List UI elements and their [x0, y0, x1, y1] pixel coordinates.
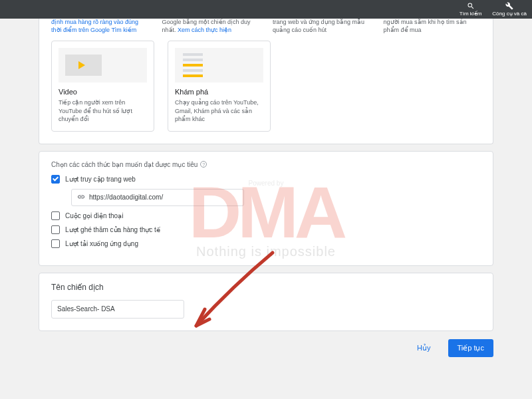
topbar-search[interactable]: Tìm kiếm	[454, 0, 487, 19]
tile-video[interactable]: Video Tiếp cận người xem trên YouTube để…	[51, 41, 154, 131]
tile-video-desc: Tiếp cận người xem trên YouTube để thu h…	[59, 98, 147, 122]
goal-app-label: Lượt tải xuống ứng dụng	[65, 240, 138, 247]
tile-discover-desc: Chạy quảng cáo trên YouTube, Gmail, Khám…	[175, 98, 263, 122]
checkbox-checked-icon[interactable]	[51, 175, 60, 184]
help-icon[interactable]: ?	[200, 161, 207, 168]
goal-store-label: Lượt ghé thăm cửa hàng thực tế	[65, 226, 160, 233]
tile-discover-title: Khám phá	[175, 88, 263, 96]
checkbox-icon[interactable]	[51, 211, 60, 220]
goal-phone-row[interactable]: Cuộc gọi điện thoại	[51, 211, 481, 220]
tile-video-title: Video	[59, 88, 147, 96]
link-icon	[77, 193, 85, 202]
website-url-value: https://daotaodigital.com/	[89, 194, 163, 201]
goal-app-row[interactable]: Lượt tải xuống ứng dụng	[51, 239, 481, 248]
goals-card: Chọn các cách thức bạn muốn đạt được mục…	[39, 151, 493, 266]
search-icon	[467, 2, 475, 10]
campaign-name-card: Tên chiến dịch Sales-Search- DSA	[39, 273, 493, 331]
discover-thumb-icon	[175, 48, 263, 82]
campaign-name-input[interactable]: Sales-Search- DSA	[51, 300, 184, 319]
type-col-3: người mua sắm khi họ tìm sản phẩm để mua	[384, 19, 481, 34]
checkbox-icon[interactable]	[51, 225, 60, 234]
continue-button[interactable]: Tiếp tục	[448, 339, 494, 357]
tile-discover[interactable]: Khám phá Chạy quảng cáo trên YouTube, Gm…	[168, 41, 271, 131]
type-col-1-link[interactable]: Xem cách thực hiện	[178, 27, 231, 33]
footer: Hủy Tiếp tục	[0, 331, 532, 365]
type-col-0[interactable]: định mua hàng rõ ràng vào đúng thời điểm…	[51, 19, 138, 33]
topbar-tools-label: Công cụ và cà	[492, 11, 527, 17]
goal-website-row[interactable]: Lượt truy cập trang web	[51, 175, 481, 184]
goal-website-label: Lượt truy cập trang web	[65, 176, 136, 183]
cancel-button[interactable]: Hủy	[410, 340, 437, 356]
checkbox-icon[interactable]	[51, 239, 60, 248]
topbar-search-label: Tìm kiếm	[460, 11, 481, 17]
campaign-name-title: Tên chiến dịch	[51, 283, 481, 292]
video-thumb-icon	[59, 48, 147, 82]
topbar-tools[interactable]: Công cụ và cà	[487, 0, 532, 19]
goal-store-row[interactable]: Lượt ghé thăm cửa hàng thực tế	[51, 225, 481, 234]
type-col-2: trang web và ứng dụng bằng mẫu quảng cáo…	[273, 19, 370, 34]
campaign-types-card: định mua hàng rõ ràng vào đúng thời điểm…	[39, 19, 493, 144]
goals-heading: Chọn các cách thức bạn muốn đạt được mục…	[51, 161, 198, 168]
website-url-input[interactable]: https://daotaodigital.com/	[71, 189, 244, 206]
campaign-name-value: Sales-Search- DSA	[57, 305, 115, 313]
wrench-icon	[505, 2, 513, 10]
goal-phone-label: Cuộc gọi điện thoại	[65, 212, 123, 219]
topbar: Tìm kiếm Công cụ và cà	[0, 0, 532, 19]
